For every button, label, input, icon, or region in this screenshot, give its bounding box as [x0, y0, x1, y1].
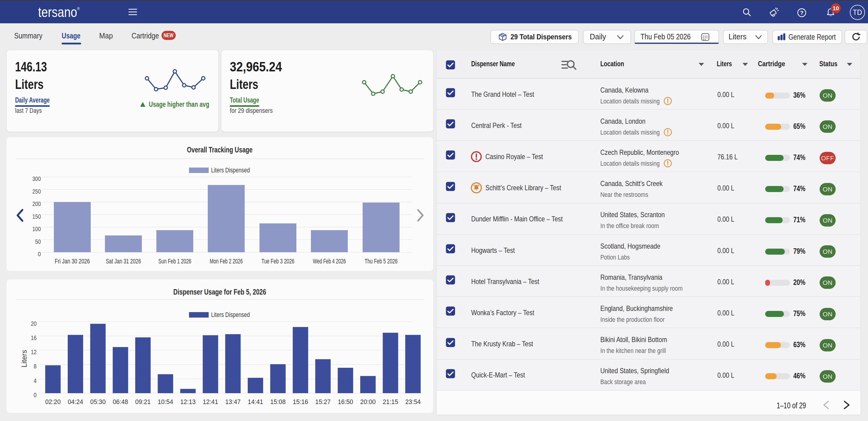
svg-text:04:24: 04:24: [68, 398, 83, 405]
svg-text:8: 8: [34, 363, 37, 369]
svg-text:Overall Tracking Usage: Overall Tracking Usage: [187, 146, 252, 154]
svg-text:05:30: 05:30: [90, 398, 105, 405]
svg-text:Liters: Liters: [20, 350, 28, 367]
svg-text:12: 12: [31, 349, 37, 355]
svg-text:Liters Dispensed: Liters Dispensed: [211, 311, 250, 319]
svg-text:13:47: 13:47: [225, 398, 241, 405]
svg-text:150: 150: [32, 213, 41, 220]
svg-text:12:13: 12:13: [180, 398, 196, 405]
svg-text:Wed Feb 4 2026: Wed Feb 4 2026: [313, 258, 346, 265]
svg-text:50: 50: [35, 238, 41, 245]
svg-text:14:41: 14:41: [248, 398, 263, 405]
svg-text:200: 200: [32, 201, 41, 207]
svg-text:06:48: 06:48: [113, 398, 128, 405]
svg-text:21:15: 21:15: [383, 398, 398, 405]
svg-text:20:00: 20:00: [360, 398, 376, 405]
svg-text:15:08: 15:08: [270, 398, 286, 405]
svg-text:Tue Feb 3 2026: Tue Feb 3 2026: [261, 258, 294, 265]
svg-text:Liters Dispensed: Liters Dispensed: [211, 166, 250, 174]
svg-text:Dispenser Usage for Feb 5, 202: Dispenser Usage for Feb 5, 2026: [173, 288, 266, 296]
svg-text:Mon Feb 2 2026: Mon Feb 2 2026: [210, 258, 243, 265]
svg-text:23:54: 23:54: [405, 398, 421, 405]
svg-text:02:20: 02:20: [45, 398, 61, 405]
svg-text:15:16: 15:16: [293, 398, 308, 405]
svg-text:?: ?: [800, 10, 804, 16]
svg-text:300: 300: [32, 175, 41, 182]
svg-text:09:21: 09:21: [135, 398, 151, 405]
svg-text:16: 16: [31, 334, 37, 341]
svg-text:20: 20: [31, 320, 37, 327]
svg-text:15:27: 15:27: [315, 398, 331, 405]
svg-text:100: 100: [32, 225, 41, 232]
svg-text:10:54: 10:54: [158, 398, 173, 405]
svg-text:4: 4: [34, 378, 37, 384]
svg-text:0: 0: [38, 251, 41, 258]
svg-text:250: 250: [32, 188, 41, 195]
svg-text:12:41: 12:41: [203, 398, 218, 405]
svg-text:Sun Feb 1 2026: Sun Feb 1 2026: [158, 258, 191, 265]
svg-text:16:50: 16:50: [338, 398, 353, 405]
svg-text:Sat Jan 31 2026: Sat Jan 31 2026: [106, 258, 141, 265]
svg-text:Fri Jan 30 2026: Fri Jan 30 2026: [55, 258, 90, 265]
svg-text:Thu Feb 5 2026: Thu Feb 5 2026: [365, 258, 398, 265]
svg-text:0: 0: [34, 392, 37, 398]
